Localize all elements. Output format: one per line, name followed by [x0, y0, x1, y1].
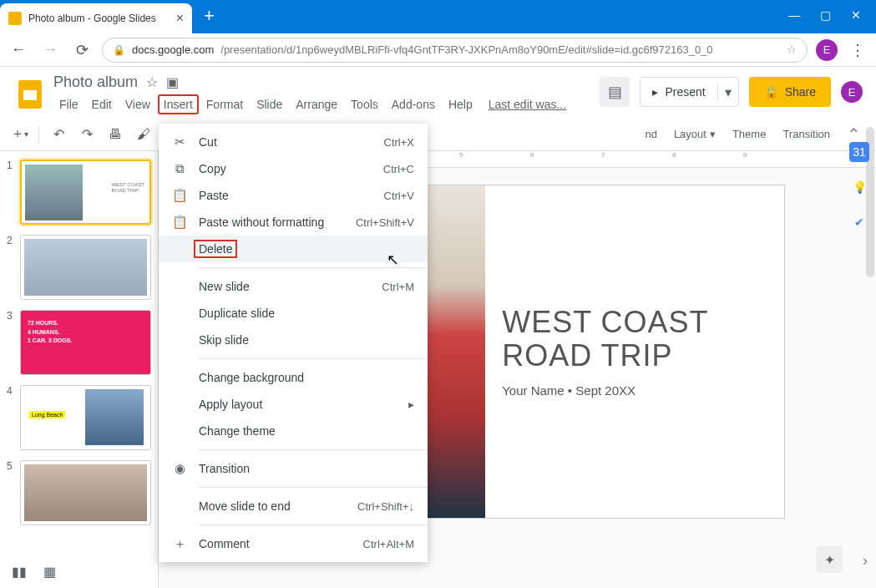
grid-view-icon[interactable]: ▦	[43, 564, 56, 580]
transition-button[interactable]: Transition	[782, 128, 830, 140]
present-button[interactable]: ▸Present ▾	[640, 77, 738, 107]
browser-menu-icon[interactable]: ⋮	[846, 38, 869, 62]
menu-file[interactable]: File	[53, 94, 84, 114]
close-window-icon[interactable]: ✕	[851, 8, 861, 22]
slides-favicon	[8, 12, 22, 25]
maximize-icon[interactable]: ▢	[820, 8, 831, 22]
paint-format-button[interactable]: 🖌	[131, 122, 156, 147]
profile-avatar[interactable]: E	[816, 39, 838, 61]
window-titlebar: Photo album - Google Slides × + — ▢ ✕	[0, 0, 876, 33]
cm-comment[interactable]: ＋CommentCtrl+Alt+M	[159, 530, 428, 557]
thumb-number: 3	[7, 310, 15, 375]
toolbar-right: nd Layout▾ Theme Transition ⌃	[645, 124, 869, 144]
slide-thumbnail-5[interactable]	[20, 460, 151, 525]
slide-thumbnail-2[interactable]	[20, 235, 151, 300]
lock-icon: 🔒	[113, 44, 125, 56]
thumb-number: 4	[7, 385, 15, 450]
side-panel-rail: 31 💡 ✔	[849, 142, 869, 232]
collapse-toolbar-icon[interactable]: ⌃	[847, 124, 861, 144]
slide-title-line2: ROAD TRIP	[502, 339, 767, 373]
url-path: /presentation/d/1np6weydMBLRiFfi-vfq4Gnt…	[220, 43, 712, 56]
cm-paste[interactable]: 📋PasteCtrl+V	[159, 182, 428, 209]
menu-format[interactable]: Format	[200, 94, 249, 114]
redo-button[interactable]: ↷	[74, 122, 99, 147]
explore-button[interactable]: ✦	[816, 546, 843, 573]
slide-thumbnail-4[interactable]: Long Beach	[20, 385, 151, 450]
slide-thumbnail-1[interactable]: WEST COASTROAD TRIP	[20, 160, 151, 225]
cm-transition[interactable]: ◉Transition	[159, 455, 428, 482]
menu-arrange[interactable]: Arrange	[290, 94, 343, 114]
new-slide-button[interactable]: ＋▾	[7, 122, 32, 147]
undo-button[interactable]: ↶	[46, 122, 71, 147]
move-doc-icon[interactable]: ▣	[166, 74, 179, 90]
side-panel-expand-icon[interactable]: ›	[863, 552, 868, 570]
app-header: Photo album ☆ ▣ File Edit View Insert Fo…	[0, 67, 876, 114]
window-controls: — ▢ ✕	[773, 0, 876, 30]
toolbar: ＋▾ ↶ ↷ 🖶 🖌 nd Layout▾ Theme Transition ⌃	[0, 118, 876, 151]
star-icon[interactable]: ☆	[787, 43, 797, 56]
svg-rect-1	[23, 90, 37, 100]
browser-address-bar: ← → ⟳ 🔒 docs.google.com/presentation/d/1…	[0, 33, 876, 67]
new-tab-button[interactable]: +	[192, 0, 226, 33]
view-mode-bar: ▮▮ ▦	[12, 564, 56, 580]
share-button[interactable]: 🔒Share	[749, 77, 831, 107]
background-button[interactable]: nd	[645, 128, 656, 140]
open-comments-button[interactable]: ▤	[600, 77, 630, 107]
menu-view[interactable]: View	[119, 94, 156, 114]
reload-button[interactable]: ⟳	[70, 38, 94, 62]
cm-move-end[interactable]: Move slide to endCtrl+Shift+↓	[159, 493, 428, 520]
tab-title: Photo album - Google Slides	[28, 13, 156, 24]
menu-insert[interactable]: Insert	[158, 94, 199, 114]
thumb-number: 1	[7, 160, 15, 225]
menu-slide[interactable]: Slide	[251, 94, 288, 114]
url-host: docs.google.com	[132, 43, 214, 56]
workspace: 1 WEST COASTROAD TRIP 2 3 72 HOURS. 4 HU…	[0, 151, 876, 588]
filmstrip-view-icon[interactable]: ▮▮	[12, 564, 27, 580]
print-button[interactable]: 🖶	[103, 122, 128, 147]
layout-button[interactable]: Layout▾	[674, 128, 716, 140]
calendar-icon[interactable]: 31	[849, 142, 869, 162]
slide-title-line1: WEST COAST	[502, 306, 767, 339]
paste-icon: 📋	[172, 188, 187, 203]
menu-edit[interactable]: Edit	[86, 94, 118, 114]
slides-logo[interactable]	[13, 77, 47, 110]
cm-change-bg[interactable]: Change background	[159, 364, 428, 391]
transition-icon: ◉	[172, 461, 187, 476]
copy-icon: ⧉	[172, 161, 187, 176]
tasks-icon[interactable]: ✔	[849, 212, 869, 232]
close-tab-icon[interactable]: ×	[176, 11, 184, 26]
cm-change-theme[interactable]: Change theme	[159, 418, 428, 444]
account-avatar[interactable]: E	[841, 81, 863, 103]
minimize-icon[interactable]: —	[788, 8, 800, 22]
url-input[interactable]: 🔒 docs.google.com/presentation/d/1np6wey…	[102, 38, 808, 63]
cm-cut[interactable]: ✂CutCtrl+X	[159, 129, 428, 155]
paste-nf-icon: 📋	[172, 215, 187, 230]
menu-addons[interactable]: Add-ons	[386, 94, 441, 114]
cm-copy[interactable]: ⧉CopyCtrl+C	[159, 155, 428, 182]
menu-help[interactable]: Help	[443, 94, 479, 114]
present-dropdown-icon[interactable]: ▾	[717, 84, 738, 100]
context-menu: ✂CutCtrl+X ⧉CopyCtrl+C 📋PasteCtrl+V 📋Pas…	[159, 124, 428, 562]
theme-button[interactable]: Theme	[732, 128, 766, 140]
cm-paste-nf[interactable]: 📋Paste without formattingCtrl+Shift+V	[159, 209, 428, 236]
mouse-cursor-icon: ↖	[387, 251, 399, 269]
slide-text-box[interactable]: WEST COAST ROAD TRIP Your Name • Sept 20…	[485, 185, 783, 518]
slide-filmstrip[interactable]: 1 WEST COASTROAD TRIP 2 3 72 HOURS. 4 HU…	[0, 151, 159, 588]
cm-apply-layout[interactable]: Apply layout▸	[159, 391, 428, 418]
cm-skip[interactable]: Skip slide	[159, 327, 428, 353]
submenu-arrow-icon: ▸	[408, 398, 414, 411]
thumb-number: 2	[7, 235, 15, 300]
slide-thumbnail-3[interactable]: 72 HOURS. 4 HUMANS. 1 CAR. 3 DOGS.	[20, 310, 151, 375]
menu-tools[interactable]: Tools	[345, 94, 384, 114]
last-edit-link[interactable]: Last edit was...	[489, 98, 566, 111]
keep-icon[interactable]: 💡	[849, 177, 869, 197]
document-title[interactable]: Photo album	[53, 74, 138, 91]
cut-icon: ✂	[172, 134, 187, 150]
browser-tab[interactable]: Photo album - Google Slides ×	[0, 3, 192, 33]
cm-duplicate[interactable]: Duplicate slide	[159, 300, 428, 327]
back-button[interactable]: ←	[7, 38, 30, 62]
lock-icon: 🔒	[764, 85, 778, 99]
forward-button[interactable]: →	[38, 38, 62, 62]
star-doc-icon[interactable]: ☆	[146, 74, 158, 90]
cm-new-slide[interactable]: New slideCtrl+M	[159, 273, 428, 300]
